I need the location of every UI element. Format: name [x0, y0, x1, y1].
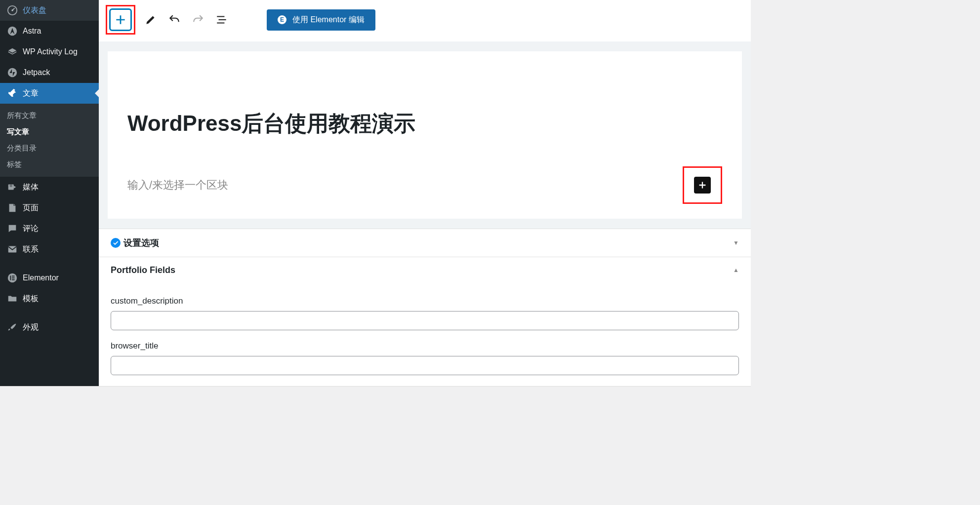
redo-button[interactable]: [190, 11, 206, 28]
svg-point-3: [8, 68, 17, 77]
astra-icon: [7, 26, 18, 37]
folder-icon: [7, 293, 18, 304]
sidebar-item-astra[interactable]: Astra: [0, 21, 99, 41]
sidebar-item-elementor[interactable]: Elementor: [0, 268, 99, 288]
elementor-badge-icon: E: [278, 15, 286, 24]
editor-canvas[interactable]: WordPress后台使用教程演示 输入/来选择一个区块: [108, 51, 742, 219]
svg-rect-10: [12, 279, 15, 280]
sidebar-item-comments[interactable]: 评论: [0, 218, 99, 239]
sidebar-submenu-posts: 所有文章 写文章 分类目录 标签: [0, 104, 99, 177]
sidebar-item-jetpack[interactable]: Jetpack: [0, 62, 99, 83]
panel-portfolio-title: Portfolio Fields: [111, 265, 175, 275]
svg-rect-7: [10, 275, 11, 280]
sidebar-item-label: 文章: [23, 88, 39, 99]
media-icon: [7, 182, 18, 193]
panel-portfolio-body: custom_description browser_title: [99, 283, 751, 386]
page-icon: [7, 202, 18, 213]
elementor-button-label: 使用 Elementor 编辑: [292, 15, 365, 25]
editor-canvas-wrap: WordPress后台使用教程演示 输入/来选择一个区块: [99, 41, 751, 229]
sidebar-sub-tags[interactable]: 标签: [0, 156, 99, 173]
elementor-icon: [7, 272, 18, 283]
chevron-up-icon: ▲: [733, 267, 739, 273]
sidebar-item-label: 联系: [23, 244, 39, 255]
sidebar-item-templates[interactable]: 模板: [0, 288, 99, 309]
document-outline-button[interactable]: [213, 11, 230, 28]
panel-settings-title: 设置选项: [123, 237, 159, 249]
panel-settings[interactable]: 设置选项 ▼: [99, 229, 751, 257]
annotation-highlight-add-block: [106, 5, 135, 35]
svg-rect-9: [12, 277, 15, 278]
field-input-custom-description[interactable]: [111, 311, 739, 330]
annotation-highlight-inline-add: [683, 166, 722, 204]
sidebar-item-label: Elementor: [23, 273, 59, 282]
mail-icon: [7, 244, 18, 255]
dashboard-icon: [7, 5, 18, 16]
sidebar-item-label: 评论: [23, 224, 39, 234]
chevron-down-icon: ▼: [733, 239, 739, 246]
sidebar-sub-categories[interactable]: 分类目录: [0, 140, 99, 156]
sidebar-item-label: 媒体: [23, 182, 39, 193]
edit-with-elementor-button[interactable]: E 使用 Elementor 编辑: [267, 9, 375, 31]
field-input-browser-title[interactable]: [111, 356, 739, 375]
sidebar-item-posts[interactable]: 文章: [0, 83, 99, 104]
sidebar-item-label: 外观: [23, 322, 39, 333]
check-badge-icon: [111, 238, 121, 248]
sidebar-sub-all-posts[interactable]: 所有文章: [0, 108, 99, 124]
sidebar-item-appearance[interactable]: 外观: [0, 317, 99, 338]
comment-icon: [7, 223, 18, 234]
svg-rect-8: [12, 275, 15, 276]
sidebar-item-pages[interactable]: 页面: [0, 197, 99, 218]
post-title[interactable]: WordPress后台使用教程演示: [127, 111, 722, 137]
svg-point-1: [11, 9, 13, 11]
undo-button[interactable]: [166, 11, 183, 28]
jetpack-icon: [7, 67, 18, 78]
add-block-button[interactable]: [109, 8, 132, 31]
panel-portfolio[interactable]: Portfolio Fields ▲: [99, 257, 751, 283]
editor-toolbar: E 使用 Elementor 编辑: [99, 0, 751, 41]
sidebar-item-media[interactable]: 媒体: [0, 177, 99, 197]
sidebar-item-label: 页面: [23, 203, 39, 213]
eye-icon: [7, 46, 18, 57]
sidebar-item-label: Astra: [23, 27, 41, 36]
sidebar-item-label: 模板: [23, 294, 39, 304]
edit-mode-button[interactable]: [142, 11, 159, 28]
sidebar-item-contact[interactable]: 联系: [0, 239, 99, 260]
pin-icon: [7, 88, 18, 99]
brush-icon: [7, 322, 18, 333]
block-placeholder-text[interactable]: 输入/来选择一个区块: [127, 178, 228, 193]
sidebar-item-label: 仪表盘: [23, 5, 46, 16]
editor-main: E 使用 Elementor 编辑 WordPress后台使用教程演示 输入/来…: [99, 0, 751, 386]
field-label-browser-title: browser_title: [111, 341, 739, 351]
sidebar-item-label: WP Activity Log: [23, 47, 78, 56]
field-label-custom-description: custom_description: [111, 296, 739, 306]
sidebar-item-activity-log[interactable]: WP Activity Log: [0, 41, 99, 62]
inline-add-block-button[interactable]: [694, 177, 711, 194]
admin-sidebar: 仪表盘 Astra WP Activity Log Jetpack 文章: [0, 0, 99, 386]
sidebar-item-dashboard[interactable]: 仪表盘: [0, 0, 99, 21]
sidebar-item-label: Jetpack: [23, 68, 50, 77]
sidebar-sub-new-post[interactable]: 写文章: [0, 124, 99, 140]
